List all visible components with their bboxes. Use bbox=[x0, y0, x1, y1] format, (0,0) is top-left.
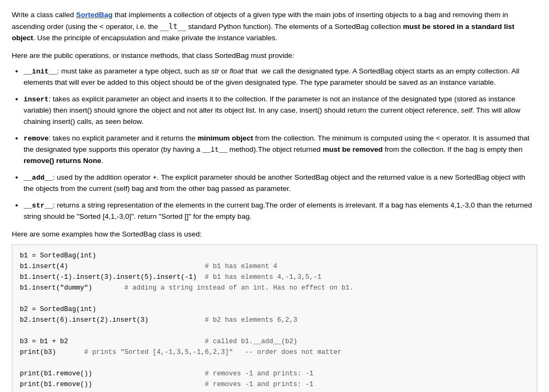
intro-text-end: . Use the principle of encapsulation and… bbox=[33, 34, 278, 42]
method-remove-name: remove bbox=[24, 135, 49, 143]
method-remove: remove: takes no explicit parameter and … bbox=[24, 133, 537, 167]
code-block: b1 = SortedBag(int) b1.insert(4) # b1 ha… bbox=[12, 245, 537, 392]
method-add-desc: : used by the addition operator +. The e… bbox=[24, 173, 525, 193]
method-insert: insert: takes as explicit parameter an o… bbox=[24, 94, 537, 128]
code-line-1: b1 = SortedBag(int) b1.insert(4) # b1 ha… bbox=[20, 252, 354, 392]
intro-text-before-link: Write a class called bbox=[12, 11, 76, 19]
public-ops-header: Here are the public operations, or insta… bbox=[12, 50, 537, 62]
sorted-bag-link[interactable]: SortedBag bbox=[76, 11, 113, 19]
method-init-desc: : must take as parameter a type object, … bbox=[24, 67, 520, 86]
methods-list: __init__: must take as parameter a type … bbox=[24, 66, 537, 223]
lt-code: __lt__ bbox=[160, 22, 187, 31]
method-remove-desc: : takes no explicit parameter and it ret… bbox=[24, 134, 530, 165]
intro-paragraph: Write a class called SortedBag that impl… bbox=[12, 10, 537, 44]
method-init-name: __init__ bbox=[24, 68, 57, 76]
method-str-name: __str__ bbox=[24, 202, 53, 210]
method-insert-name: insert bbox=[24, 95, 49, 103]
method-init: __init__: must take as parameter a type … bbox=[24, 66, 537, 88]
main-content: Write a class called SortedBag that impl… bbox=[12, 10, 537, 392]
method-insert-desc: : takes as explicit parameter an object … bbox=[24, 95, 520, 125]
examples-header: Here are some examples how the SortedBag… bbox=[12, 229, 537, 240]
method-add: __add__: used by the addition operator +… bbox=[24, 172, 537, 195]
intro-text-after-lt: standard Python function). The elements … bbox=[186, 23, 403, 31]
method-str: __str__: returns a string representation… bbox=[24, 200, 537, 223]
method-str-desc: : returns a string representation of the… bbox=[24, 201, 532, 220]
method-add-name: __add__ bbox=[24, 174, 53, 182]
